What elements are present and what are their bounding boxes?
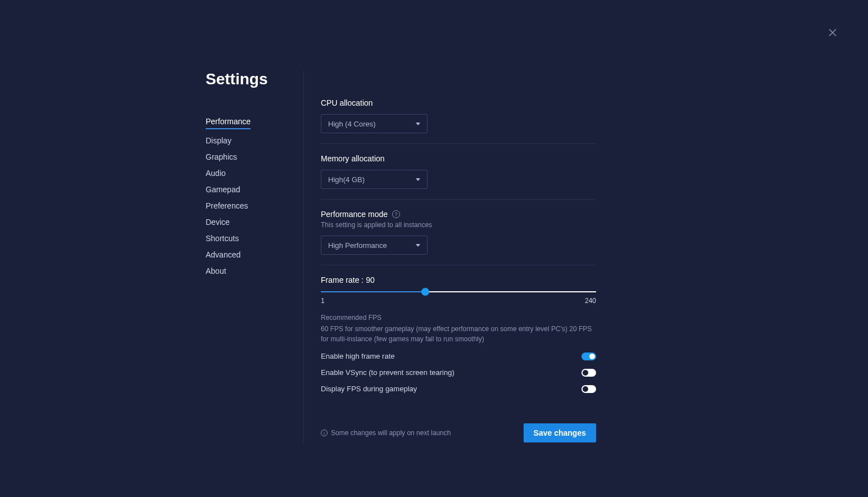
save-changes-button[interactable]: Save changes — [524, 423, 596, 442]
nav-item-device[interactable]: Device — [206, 214, 292, 231]
performance-mode-subtext: This setting is applied to all instances — [321, 221, 596, 229]
performance-mode-dropdown[interactable]: High Performance — [321, 236, 428, 255]
caret-down-icon — [416, 123, 420, 125]
performance-mode-value: High Performance — [328, 241, 387, 250]
memory-allocation-value: High(4 GB) — [328, 175, 365, 184]
frame-rate-label: Frame rate : 90 — [321, 275, 596, 284]
nav-item-shortcuts[interactable]: Shortcuts — [206, 231, 292, 247]
slider-max: 240 — [585, 297, 596, 305]
caret-down-icon — [416, 244, 420, 247]
nav-item-graphics[interactable]: Graphics — [206, 149, 292, 165]
cpu-allocation-value: High (4 Cores) — [328, 120, 376, 128]
cpu-allocation-dropdown[interactable]: High (4 Cores) — [321, 114, 428, 133]
close-icon — [828, 28, 837, 37]
frame-rate-slider[interactable]: 1 240 — [321, 291, 596, 305]
nav-item-performance[interactable]: Performance — [206, 114, 251, 129]
enable-high-frame-toggle[interactable] — [581, 353, 596, 360]
recommended-fps-title: Recommended FPS — [321, 314, 596, 322]
caret-down-icon — [416, 178, 420, 181]
cpu-allocation-label: CPU allocation — [321, 98, 596, 107]
nav-item-preferences[interactable]: Preferences — [206, 198, 292, 214]
nav-item-about[interactable]: About — [206, 263, 292, 279]
close-button[interactable] — [828, 28, 837, 37]
recommended-fps-body: 60 FPS for smoother gameplay (may effect… — [321, 324, 596, 344]
performance-mode-label: Performance mode ? — [321, 210, 596, 219]
nav-item-advanced[interactable]: Advanced — [206, 247, 292, 263]
display-fps-toggle[interactable] — [581, 385, 596, 393]
memory-allocation-label: Memory allocation — [321, 154, 596, 163]
info-icon: i — [321, 430, 328, 436]
enable-vsync-toggle[interactable] — [581, 369, 596, 377]
nav-item-audio[interactable]: Audio — [206, 165, 292, 182]
nav-item-gamepad[interactable]: Gamepad — [206, 182, 292, 198]
memory-allocation-dropdown[interactable]: High(4 GB) — [321, 170, 428, 189]
nav-list: PerformanceDisplayGraphicsAudioGamepadPr… — [206, 114, 292, 279]
enable-vsync-label: Enable VSync (to prevent screen tearing) — [321, 368, 455, 377]
slider-thumb[interactable] — [421, 288, 429, 296]
nav-item-display[interactable]: Display — [206, 133, 292, 149]
display-fps-label: Display FPS during gameplay — [321, 385, 417, 393]
footer-note: i Some changes will apply on next launch — [321, 429, 451, 437]
page-title: Settings — [206, 70, 292, 88]
help-icon[interactable]: ? — [392, 210, 400, 218]
slider-min: 1 — [321, 297, 325, 305]
enable-high-frame-label: Enable high frame rate — [321, 352, 395, 360]
